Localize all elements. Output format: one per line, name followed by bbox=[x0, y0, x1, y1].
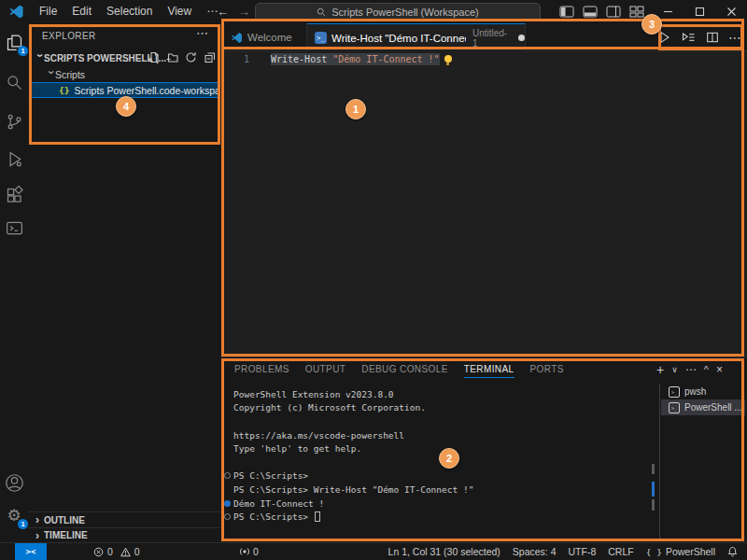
menu-item-selection[interactable]: Selection bbox=[99, 0, 160, 23]
activity-bar: 1 ⚙ 1 bbox=[0, 23, 29, 542]
terminal-icon: >_ bbox=[669, 386, 680, 398]
language-mode[interactable]: { }PowerShell bbox=[646, 546, 715, 557]
panel-actions: + ∨ ⋯ ^ × bbox=[656, 359, 723, 380]
layout-controls bbox=[559, 0, 644, 23]
terminal-text: Copyright (c) Microsoft Corporation. bbox=[233, 402, 426, 413]
terminal-text: PS C:\Scripts> Write-Host "Démo IT-Conne… bbox=[233, 484, 473, 495]
chevron-down-icon: › bbox=[45, 71, 58, 79]
run-debug-icon[interactable] bbox=[3, 147, 25, 170]
back-arrow-icon[interactable]: ← bbox=[217, 5, 229, 19]
new-terminal-icon[interactable]: + bbox=[656, 363, 664, 376]
editor-tab-bar: Welcome >_ Write-Host "Démo IT-Connect !… bbox=[221, 23, 747, 51]
toggle-secondary-sidebar-icon[interactable] bbox=[606, 6, 621, 18]
line-number: 1 bbox=[221, 54, 249, 64]
window-controls bbox=[652, 0, 747, 23]
vscode-window: FileEditSelectionView⋯ ← → Scripts Power… bbox=[0, 0, 747, 560]
terminal-line bbox=[224, 414, 654, 428]
panel-tab-problems[interactable]: PROBLEMS bbox=[234, 364, 289, 377]
terminal-list-item[interactable]: >_pwsh bbox=[661, 384, 745, 399]
tab-untitled-1[interactable]: >_ Write-Host "Démo IT-Connect !" Untitl… bbox=[307, 23, 526, 51]
refresh-icon[interactable] bbox=[185, 51, 197, 63]
scrollbar-mark bbox=[652, 464, 655, 474]
customize-layout-icon[interactable] bbox=[629, 6, 644, 18]
terminal-list-item[interactable]: >_PowerShell ... bbox=[661, 399, 745, 415]
file-label: Scripts PowerShell.code-workspace bbox=[74, 85, 218, 96]
menu-item-view[interactable]: View bbox=[160, 0, 199, 23]
menu-item-edit[interactable]: Edit bbox=[64, 0, 99, 23]
ports-status[interactable]: 0 bbox=[239, 543, 259, 560]
terminal-line: Copyright (c) Microsoft Corporation. bbox=[224, 401, 654, 415]
terminal-line: PowerShell Extension v2023.8.0 bbox=[224, 387, 654, 401]
terminal-dropdown-icon[interactable]: ∨ bbox=[671, 366, 678, 374]
eol-sequence[interactable]: CRLF bbox=[608, 546, 633, 557]
settings-badge: 1 bbox=[18, 519, 28, 529]
search-label: Scripts PowerShell (Workspace) bbox=[331, 7, 479, 18]
search-view-icon[interactable] bbox=[3, 71, 25, 93]
file-item-workspace[interactable]: {} Scripts PowerShell.code-workspace bbox=[30, 82, 219, 98]
panel-tab-debug-console[interactable]: DEBUG CONSOLE bbox=[361, 364, 447, 377]
toggle-panel-icon[interactable] bbox=[583, 6, 598, 18]
indentation[interactable]: Spaces: 4 bbox=[513, 546, 557, 557]
terminal-output[interactable]: PowerShell Extension v2023.8.0Copyright … bbox=[224, 387, 654, 524]
more-actions-icon[interactable]: ⋯ bbox=[728, 31, 741, 44]
powershell-view-icon[interactable] bbox=[3, 217, 25, 239]
explorer-icon[interactable]: 1 bbox=[3, 31, 25, 53]
cursor-position[interactable]: Ln 1, Col 31 (30 selected) bbox=[388, 546, 500, 557]
gutter-spacer bbox=[224, 445, 231, 452]
encoding[interactable]: UTF-8 bbox=[569, 546, 597, 557]
braces-icon: { } bbox=[646, 547, 662, 557]
new-folder-icon[interactable] bbox=[166, 51, 178, 63]
tab-welcome[interactable]: Welcome bbox=[221, 23, 307, 51]
maximize-button[interactable] bbox=[684, 0, 715, 23]
forward-arrow-icon[interactable]: → bbox=[238, 5, 250, 19]
terminal-cursor bbox=[315, 511, 320, 522]
code-line: Write-Host "Démo IT-Connect !" bbox=[271, 54, 452, 64]
close-panel-icon[interactable]: × bbox=[716, 364, 723, 375]
menu-item-file[interactable]: File bbox=[32, 0, 64, 23]
panel-more-icon[interactable]: ⋯ bbox=[685, 364, 697, 375]
command-decoration-blue-icon bbox=[224, 500, 231, 507]
terminal-line: Démo IT-Connect ! bbox=[224, 497, 654, 511]
remote-indicator[interactable]: >< bbox=[15, 543, 47, 560]
dirty-indicator-icon[interactable] bbox=[518, 35, 525, 41]
extensions-icon[interactable] bbox=[3, 184, 25, 206]
run-script-icon[interactable] bbox=[657, 30, 672, 45]
command-center-search[interactable]: Scripts PowerShell (Workspace) bbox=[255, 3, 541, 21]
scrollbar-mark bbox=[652, 482, 655, 497]
code-string: "Démo IT-Connect !" bbox=[332, 53, 439, 65]
chevron-down-icon: › bbox=[34, 54, 47, 63]
settings-gear-icon[interactable]: ⚙ 1 bbox=[3, 504, 25, 526]
lightbulb-icon[interactable] bbox=[444, 55, 452, 63]
minimize-button[interactable] bbox=[652, 0, 684, 23]
menu-bar: FileEditSelectionView⋯ bbox=[32, 0, 225, 23]
new-file-icon[interactable] bbox=[148, 51, 160, 63]
code-editor[interactable]: 1 Write-Host "Démo IT-Connect !" bbox=[221, 51, 747, 357]
problems-status[interactable]: 0 0 bbox=[93, 543, 140, 560]
panel-tab-strip: PROBLEMSOUTPUTDEBUG CONSOLETERMINALPORTS bbox=[234, 360, 564, 381]
source-control-icon[interactable] bbox=[3, 110, 25, 133]
sidebar-more-icon[interactable]: ⋯ bbox=[196, 26, 208, 40]
timeline-section[interactable]: › TIMELINE bbox=[28, 527, 221, 542]
vscode-logo-icon bbox=[8, 4, 24, 20]
warning-icon bbox=[120, 547, 131, 557]
split-editor-icon[interactable] bbox=[705, 30, 720, 45]
panel-tab-ports[interactable]: PORTS bbox=[530, 364, 564, 377]
collapse-all-icon[interactable] bbox=[204, 51, 216, 63]
close-button[interactable] bbox=[715, 0, 747, 23]
account-icon[interactable] bbox=[3, 471, 25, 494]
panel-tab-output[interactable]: OUTPUT bbox=[305, 364, 346, 377]
toggle-sidebar-icon[interactable] bbox=[559, 6, 574, 18]
remote-icon: >< bbox=[26, 547, 36, 556]
terminal-text: https://aka.ms/vscode-powershell bbox=[233, 430, 404, 441]
folder-item-scripts[interactable]: › Scripts bbox=[28, 67, 221, 82]
terminal-text: Démo IT-Connect ! bbox=[233, 498, 324, 509]
timeline-label: TIMELINE bbox=[44, 530, 88, 540]
panel-tab-terminal[interactable]: TERMINAL bbox=[464, 364, 514, 378]
maximize-panel-icon[interactable]: ^ bbox=[704, 365, 709, 375]
outline-section[interactable]: › OUTLINE bbox=[28, 511, 221, 527]
bell-icon[interactable] bbox=[727, 546, 738, 557]
panel-splitter[interactable] bbox=[659, 384, 660, 540]
run-selection-icon[interactable] bbox=[681, 30, 697, 45]
status-right: Ln 1, Col 31 (30 selected) Spaces: 4 UTF… bbox=[388, 543, 738, 560]
powershell-file-icon: >_ bbox=[315, 32, 327, 44]
